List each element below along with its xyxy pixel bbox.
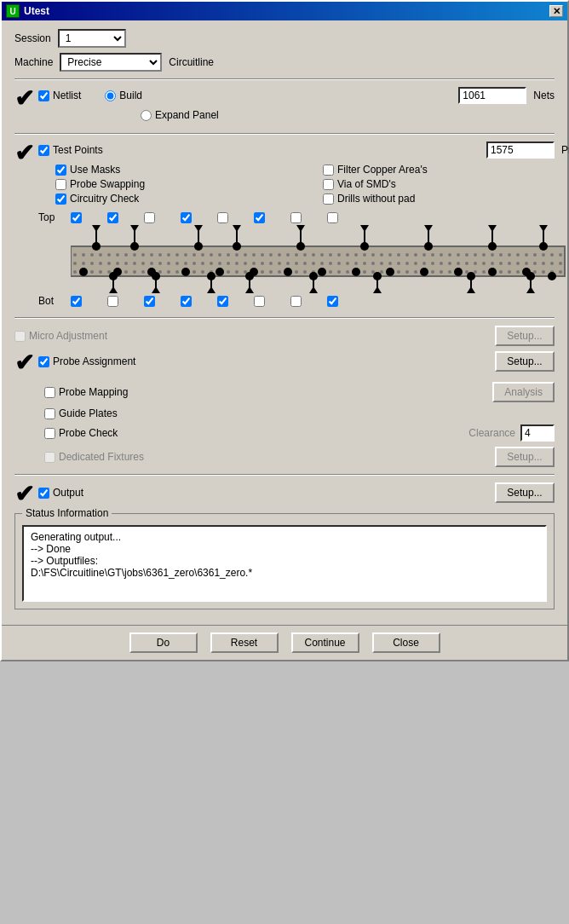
top-cb-4[interactable]: [181, 212, 192, 223]
probe-mapping-checkbox[interactable]: [44, 387, 55, 398]
continue-button[interactable]: Continue: [291, 632, 359, 653]
bot-cb-7[interactable]: [290, 296, 302, 307]
svg-marker-62: [373, 286, 382, 293]
circuitline-label: Circuitline: [169, 56, 214, 68]
clearance-area: Clearance: [468, 424, 555, 442]
top-cb-5[interactable]: [217, 212, 228, 223]
probe-check-checkbox[interactable]: [44, 428, 55, 439]
via-of-smds-label[interactable]: Via of SMD's: [323, 178, 569, 190]
top-cb-2[interactable]: [107, 212, 118, 223]
svg-marker-56: [245, 286, 254, 293]
bot-cb-8[interactable]: [327, 296, 338, 307]
probe-mapping-label[interactable]: Probe Mapping: [44, 386, 128, 398]
probe-section: Micro Adjustment Setup... ✔ Probe Assign…: [14, 326, 555, 467]
probe-assignment-checkbox[interactable]: [38, 356, 49, 367]
bot-cb-3[interactable]: [144, 296, 155, 307]
svg-point-61: [373, 272, 382, 280]
testpoints-checkbox[interactable]: [38, 145, 49, 156]
divider-2: [14, 133, 555, 135]
svg-marker-47: [109, 286, 118, 293]
close-window-button[interactable]: ✕: [549, 5, 563, 17]
session-select[interactable]: 1 2 3: [58, 29, 126, 48]
probe-check-label[interactable]: Probe Check: [44, 427, 118, 439]
testpoints-big-check: ✔: [14, 141, 34, 165]
bot-row: Bot: [38, 295, 569, 307]
drills-without-pad-checkbox[interactable]: [323, 193, 334, 205]
top-label: Top: [38, 211, 64, 223]
setup-probe-button[interactable]: Setup...: [495, 351, 555, 372]
top-row: Top: [38, 211, 569, 223]
pnts-input[interactable]: [486, 141, 555, 159]
top-cb-3[interactable]: [144, 212, 155, 223]
via-of-smds-checkbox[interactable]: [323, 179, 334, 190]
svg-point-16: [296, 242, 305, 251]
status-box: Generating output... --> Done --> Output…: [22, 525, 547, 602]
output-label[interactable]: Output: [38, 487, 83, 499]
build-radio[interactable]: [105, 90, 116, 101]
drills-without-pad-label[interactable]: Drills without pad: [323, 193, 569, 205]
title-bar-left: U Utest: [6, 4, 49, 18]
app-icon: U: [6, 4, 20, 18]
svg-point-10: [194, 242, 203, 251]
do-button[interactable]: Do: [129, 632, 198, 653]
netlist-section: ✔ Netlist Build Nets: [14, 87, 555, 126]
guide-plates-label[interactable]: Guide Plates: [44, 407, 118, 419]
setup-dedicated-button[interactable]: Setup...: [495, 447, 555, 467]
divider-4: [14, 474, 555, 476]
svg-point-49: [152, 272, 160, 280]
top-cb-6[interactable]: [254, 212, 265, 223]
svg-marker-65: [467, 286, 475, 293]
micro-adjustment-row: Micro Adjustment Setup...: [14, 326, 555, 346]
expand-radio-label[interactable]: Expand Panel: [141, 109, 219, 121]
dedicated-fixtures-label: Dedicated Fixtures: [44, 451, 144, 463]
divider-3: [14, 317, 555, 319]
clearance-input[interactable]: [520, 424, 555, 442]
bot-cb-1[interactable]: [71, 296, 82, 307]
netlist-checkbox[interactable]: [38, 90, 49, 101]
use-masks-label[interactable]: Use Masks: [55, 164, 314, 176]
probe-swapping-label[interactable]: Probe Swapping: [55, 178, 314, 190]
nets-input[interactable]: [458, 87, 526, 104]
setup-output-button[interactable]: Setup...: [495, 482, 555, 503]
probe-assignment-big-check: ✔: [14, 351, 34, 375]
netlist-checkbox-label[interactable]: Netlist: [38, 90, 81, 101]
main-window: U Utest ✕ Session 1 2 3 Machine Precise …: [0, 0, 569, 661]
bot-cb-5[interactable]: [217, 296, 228, 307]
analysis-button[interactable]: Analysis: [492, 382, 555, 402]
svg-marker-53: [207, 286, 216, 293]
close-button[interactable]: Close: [372, 632, 440, 653]
output-section: ✔ Output Setup...: [14, 482, 555, 506]
circuitry-check-label[interactable]: Circuitry Check: [55, 193, 314, 205]
top-checkboxes: [71, 212, 338, 223]
filter-copper-label[interactable]: Filter Copper Area's: [323, 164, 569, 176]
netlist-inner: Netlist Build Nets Expand Panel: [38, 87, 555, 126]
top-cb-7[interactable]: [290, 212, 302, 223]
output-checkbox[interactable]: [38, 488, 49, 499]
reset-button[interactable]: Reset: [210, 632, 279, 653]
top-cb-1[interactable]: [71, 212, 82, 223]
bot-checkboxes: [71, 296, 338, 307]
machine-select[interactable]: Precise Other: [60, 53, 162, 72]
dedicated-fixtures-checkbox[interactable]: [44, 452, 55, 463]
guide-plates-checkbox[interactable]: [44, 408, 55, 419]
use-masks-checkbox[interactable]: [55, 165, 66, 176]
micro-adjustment-label: Micro Adjustment: [14, 330, 107, 342]
setup-micro-button[interactable]: Setup...: [495, 326, 555, 346]
circuitry-check-checkbox[interactable]: [55, 193, 66, 205]
status-line-1: Generating output...: [31, 531, 538, 543]
testpoints-options: Use Masks Filter Copper Area's Probe Swa…: [55, 164, 569, 205]
probe-assignment-label[interactable]: Probe Assignment: [38, 355, 135, 367]
micro-adjustment-checkbox[interactable]: [14, 331, 26, 342]
probe-swapping-checkbox[interactable]: [55, 179, 66, 190]
bot-cb-2[interactable]: [107, 296, 118, 307]
main-content: Session 1 2 3 Machine Precise Other Circ…: [2, 20, 567, 625]
bot-cb-4[interactable]: [181, 296, 192, 307]
svg-point-55: [245, 272, 254, 280]
expand-radio[interactable]: [141, 110, 152, 121]
filter-copper-checkbox[interactable]: [323, 165, 334, 176]
bot-cb-6[interactable]: [254, 296, 265, 307]
testpoints-checkbox-label[interactable]: Test Points: [38, 144, 103, 156]
build-radio-label[interactable]: Build: [105, 90, 142, 101]
top-cb-8[interactable]: [327, 212, 338, 223]
svg-marker-8: [130, 225, 139, 232]
